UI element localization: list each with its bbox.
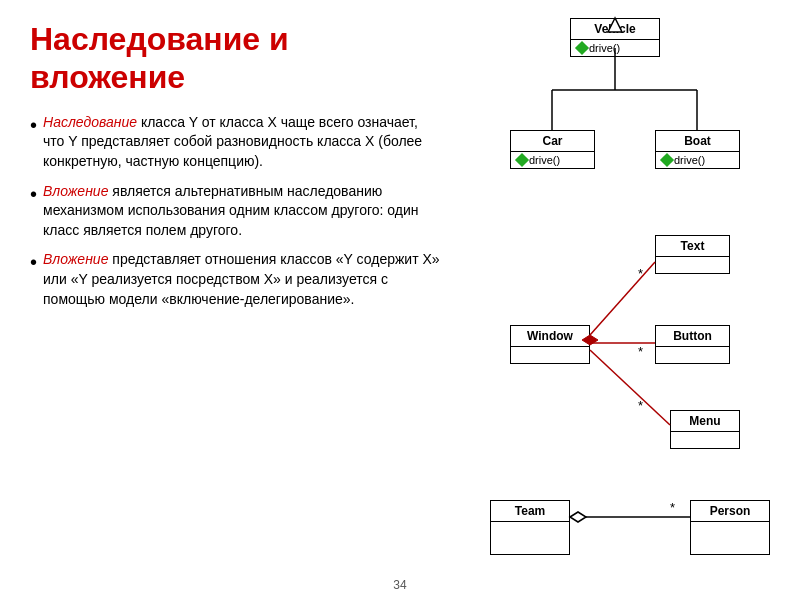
class-window: Window bbox=[510, 325, 590, 364]
uml-arrows: * * * * bbox=[470, 10, 790, 580]
class-car-name: Car bbox=[511, 131, 594, 152]
class-team-name: Team bbox=[491, 501, 569, 522]
slide-title: Наследование и вложение bbox=[30, 20, 440, 97]
green-diamond-icon bbox=[575, 41, 589, 55]
svg-text:*: * bbox=[638, 398, 643, 413]
class-menu: Menu bbox=[670, 410, 740, 449]
right-panel: Vehicle drive() Car drive() Boat bbox=[460, 0, 800, 600]
class-button: Button bbox=[655, 325, 730, 364]
class-boat-name: Boat bbox=[656, 131, 739, 152]
bullet-2-italic: Вложение bbox=[43, 183, 108, 199]
bullet-3: Вложение представляет отношения классов … bbox=[30, 250, 440, 309]
class-vehicle-method: drive() bbox=[571, 40, 659, 56]
slide: Наследование и вложение Наследование кла… bbox=[0, 0, 800, 600]
class-window-name: Window bbox=[511, 326, 589, 347]
class-team: Team bbox=[490, 500, 570, 555]
svg-text:*: * bbox=[670, 500, 675, 515]
green-diamond-icon-boat bbox=[660, 153, 674, 167]
class-text-name: Text bbox=[656, 236, 729, 257]
class-button-name: Button bbox=[656, 326, 729, 347]
class-vehicle-name: Vehicle bbox=[571, 19, 659, 40]
class-car-method: drive() bbox=[511, 152, 594, 168]
bullet-3-italic: Вложение bbox=[43, 251, 108, 267]
svg-marker-13 bbox=[570, 512, 586, 522]
class-menu-name: Menu bbox=[671, 411, 739, 432]
class-text: Text bbox=[655, 235, 730, 274]
bullet-list: Наследование класса Y от класса X чаще в… bbox=[30, 113, 440, 319]
green-diamond-icon-car bbox=[515, 153, 529, 167]
class-vehicle: Vehicle drive() bbox=[570, 18, 660, 57]
class-boat: Boat drive() bbox=[655, 130, 740, 169]
svg-text:*: * bbox=[638, 344, 643, 359]
svg-line-5 bbox=[590, 262, 655, 335]
class-person: Person bbox=[690, 500, 770, 555]
class-boat-method: drive() bbox=[656, 152, 739, 168]
bullet-2: Вложение является альтернативным наследо… bbox=[30, 182, 440, 241]
page-number: 34 bbox=[393, 578, 406, 592]
bullet-1: Наследование класса Y от класса X чаще в… bbox=[30, 113, 440, 172]
bullet-1-italic: Наследование bbox=[43, 114, 137, 130]
svg-text:*: * bbox=[638, 266, 643, 281]
class-person-name: Person bbox=[691, 501, 769, 522]
class-car: Car drive() bbox=[510, 130, 595, 169]
left-panel: Наследование и вложение Наследование кла… bbox=[0, 0, 460, 600]
uml-diagram: Vehicle drive() Car drive() Boat bbox=[470, 10, 790, 580]
